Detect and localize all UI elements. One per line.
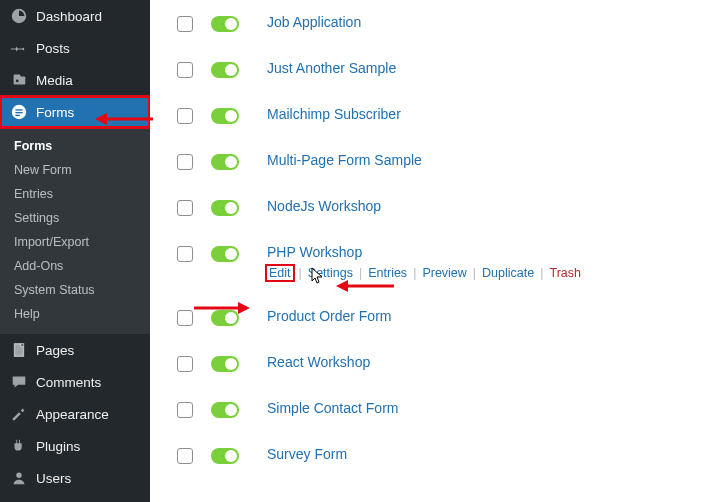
comments-icon	[10, 373, 28, 391]
table-row: Job Application	[160, 0, 727, 46]
form-title-link[interactable]: Job Application	[267, 14, 361, 30]
submenu-system-status[interactable]: System Status	[0, 278, 150, 302]
form-title-link[interactable]: Mailchimp Subscriber	[267, 106, 401, 122]
form-title-link[interactable]: NodeJs Workshop	[267, 198, 381, 214]
menu-comments[interactable]: Comments	[0, 366, 150, 398]
row-checkbox[interactable]	[177, 356, 193, 372]
table-row: Simple Contact Form	[160, 386, 727, 432]
menu-label: Plugins	[36, 439, 80, 454]
submenu-help[interactable]: Help	[0, 302, 150, 326]
plugins-icon	[10, 437, 28, 455]
dashboard-icon	[10, 7, 28, 25]
pin-icon	[10, 39, 28, 57]
form-title-link[interactable]: Survey Form	[267, 446, 347, 462]
row-actions: Edit| Settings| Entries| Preview| Duplic…	[267, 266, 581, 280]
menu-label: Comments	[36, 375, 101, 390]
menu-label: Users	[36, 471, 71, 486]
table-row: Multi-Page Form Sample	[160, 138, 727, 184]
forms-icon	[10, 103, 28, 121]
form-title-link[interactable]: Product Order Form	[267, 308, 391, 324]
active-toggle[interactable]	[211, 16, 239, 32]
active-toggle[interactable]	[211, 310, 239, 326]
active-toggle[interactable]	[211, 108, 239, 124]
admin-sidebar: Dashboard Posts Media Forms Forms New Fo…	[0, 0, 150, 502]
menu-pages[interactable]: Pages	[0, 334, 150, 366]
svg-point-6	[16, 473, 21, 478]
active-toggle[interactable]	[211, 62, 239, 78]
menu-users[interactable]: Users	[0, 462, 150, 494]
forms-submenu: Forms New Form Entries Settings Import/E…	[0, 128, 150, 334]
app-root: Dashboard Posts Media Forms Forms New Fo…	[0, 0, 727, 502]
active-toggle[interactable]	[211, 402, 239, 418]
table-row: React Workshop	[160, 340, 727, 386]
form-title-link[interactable]: Just Another Sample	[267, 60, 396, 76]
table-row: Just Another Sample	[160, 46, 727, 92]
pages-icon	[10, 341, 28, 359]
table-row: Survey Form	[160, 432, 727, 478]
action-edit[interactable]: Edit	[267, 266, 293, 280]
menu-label: Dashboard	[36, 9, 102, 24]
row-checkbox[interactable]	[177, 154, 193, 170]
menu-appearance[interactable]: Appearance	[0, 398, 150, 430]
submenu-new-form[interactable]: New Form	[0, 158, 150, 182]
appearance-icon	[10, 405, 28, 423]
menu-forms[interactable]: Forms	[0, 96, 150, 128]
row-checkbox[interactable]	[177, 402, 193, 418]
active-toggle[interactable]	[211, 356, 239, 372]
menu-posts[interactable]: Posts	[0, 32, 150, 64]
menu-label: Forms	[36, 105, 74, 120]
menu-label: Posts	[36, 41, 70, 56]
action-entries[interactable]: Entries	[368, 266, 407, 280]
active-toggle[interactable]	[211, 246, 239, 262]
active-toggle[interactable]	[211, 448, 239, 464]
action-preview[interactable]: Preview	[422, 266, 466, 280]
submenu-add-ons[interactable]: Add-Ons	[0, 254, 150, 278]
menu-label: Appearance	[36, 407, 109, 422]
form-title-link[interactable]: Multi-Page Form Sample	[267, 152, 422, 168]
form-title-link[interactable]: Simple Contact Form	[267, 400, 398, 416]
media-icon	[10, 71, 28, 89]
row-checkbox[interactable]	[177, 246, 193, 262]
svg-point-0	[16, 80, 19, 83]
action-settings[interactable]: Settings	[308, 266, 353, 280]
table-row: Mailchimp Subscriber	[160, 92, 727, 138]
menu-label: Media	[36, 73, 73, 88]
row-checkbox[interactable]	[177, 448, 193, 464]
form-title-link[interactable]: React Workshop	[267, 354, 370, 370]
table-row: Product Order Form	[160, 294, 727, 340]
action-duplicate[interactable]: Duplicate	[482, 266, 534, 280]
active-toggle[interactable]	[211, 154, 239, 170]
svg-rect-2	[15, 109, 22, 110]
table-row: NodeJs Workshop	[160, 184, 727, 230]
submenu-forms[interactable]: Forms	[0, 134, 150, 158]
table-row-hover: PHP Workshop Edit| Settings| Entries| Pr…	[160, 230, 727, 294]
forms-list: Job Application Just Another Sample Mail…	[150, 0, 727, 502]
menu-plugins[interactable]: Plugins	[0, 430, 150, 462]
submenu-entries[interactable]: Entries	[0, 182, 150, 206]
action-trash[interactable]: Trash	[549, 266, 581, 280]
submenu-settings[interactable]: Settings	[0, 206, 150, 230]
row-checkbox[interactable]	[177, 62, 193, 78]
active-toggle[interactable]	[211, 200, 239, 216]
menu-dashboard[interactable]: Dashboard	[0, 0, 150, 32]
row-checkbox[interactable]	[177, 16, 193, 32]
form-title-link[interactable]: PHP Workshop	[267, 244, 362, 260]
row-checkbox[interactable]	[177, 310, 193, 326]
svg-rect-3	[15, 112, 22, 113]
submenu-import-export[interactable]: Import/Export	[0, 230, 150, 254]
users-icon	[10, 469, 28, 487]
menu-label: Pages	[36, 343, 74, 358]
svg-rect-4	[15, 115, 20, 116]
row-checkbox[interactable]	[177, 200, 193, 216]
menu-media[interactable]: Media	[0, 64, 150, 96]
row-checkbox[interactable]	[177, 108, 193, 124]
